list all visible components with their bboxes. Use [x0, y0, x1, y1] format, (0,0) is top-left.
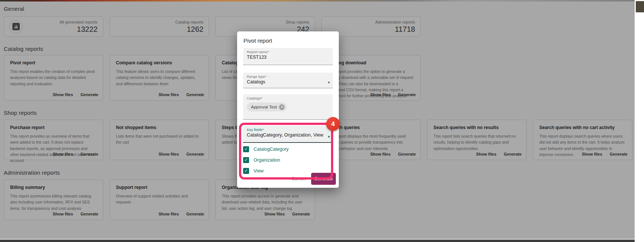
report-name-value[interactable]: TEST123 — [247, 54, 329, 61]
range-type-select[interactable]: Range type* Catalogs ▾ — [243, 73, 333, 88]
option-label: CatalogCategory — [254, 147, 289, 152]
key-fields-value: CatalogCategory, Organization, View — [247, 132, 329, 138]
desktop-background-patch — [636, 1, 644, 12]
catalogs-field[interactable]: Catalogs* Approval Test ✕ — [243, 94, 333, 120]
checkbox-checked-icon[interactable] — [243, 157, 249, 163]
dialog-title: Pivot report — [243, 37, 272, 44]
dialog-actions: Cancel Generate — [291, 173, 336, 185]
chip-remove-icon[interactable]: ✕ — [279, 104, 285, 110]
catalog-chip[interactable]: Approval Test ✕ — [247, 102, 287, 111]
chevron-down-icon[interactable]: ▾ — [328, 80, 330, 85]
range-type-value: Catalogs — [247, 79, 329, 85]
option-label: Organization — [254, 157, 280, 163]
catalog-chip-label: Approval Test — [251, 105, 277, 109]
checkbox-checked-icon[interactable] — [243, 146, 249, 152]
report-name-label: Report name* — [247, 50, 329, 54]
option-organization[interactable]: Organization — [243, 154, 333, 165]
key-fields-label: Key fields* — [247, 128, 329, 132]
confirm-generate-button[interactable]: Generate — [311, 173, 336, 185]
key-fields-dropdown: CatalogCategory Organization View — [243, 144, 333, 176]
pivot-report-dialog: Pivot report Report name* TEST123 Range … — [237, 31, 339, 188]
cancel-button[interactable]: Cancel — [291, 176, 306, 181]
catalogs-label: Catalogs* — [247, 96, 329, 101]
option-catalogcategory[interactable]: CatalogCategory — [243, 144, 333, 154]
option-label: View — [254, 168, 264, 174]
desktop-bottom-strip — [0, 240, 635, 242]
key-fields-select[interactable]: Key fields* CatalogCategory, Organizatio… — [243, 126, 333, 143]
annotation-step-badge: 4 — [326, 117, 340, 131]
checkbox-checked-icon[interactable] — [243, 168, 249, 174]
range-type-label: Range type* — [247, 74, 329, 79]
report-name-field[interactable]: Report name* TEST123 — [243, 48, 333, 65]
desktop-right-column — [635, 0, 644, 242]
chevron-down-icon[interactable]: ▾ — [328, 134, 330, 139]
